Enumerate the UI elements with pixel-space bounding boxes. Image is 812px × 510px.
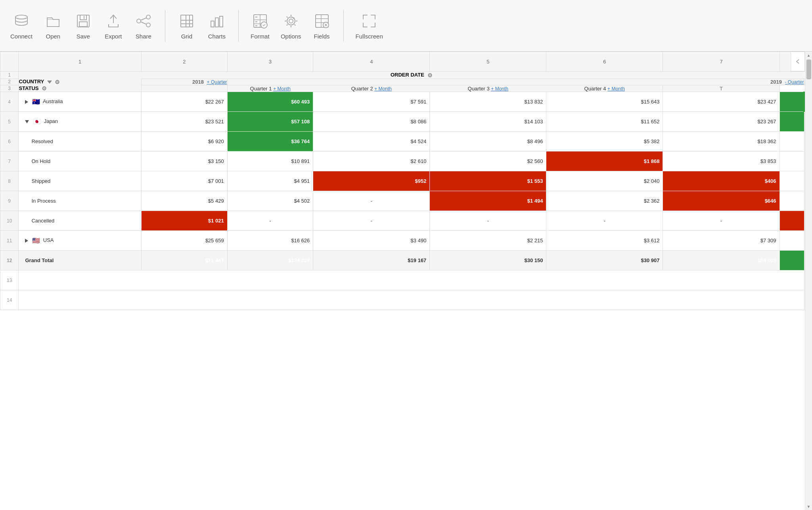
collapse-icon <box>794 58 802 65</box>
charts-button[interactable]: Charts <box>202 9 232 42</box>
grid-button[interactable]: Grid <box>172 9 202 42</box>
usa-expand-icon[interactable] <box>25 239 28 243</box>
charts-label: Charts <box>208 33 226 40</box>
inprocess-q4: $646 <box>663 191 779 211</box>
inprocess-2018: $5 429 <box>141 191 227 211</box>
australia-q3: $15 643 <box>546 92 663 112</box>
row-num-12: 12 <box>0 251 19 270</box>
scroll-thumb[interactable] <box>806 59 811 79</box>
onhold-q3: $1 868 <box>546 151 663 171</box>
cancelled-2018: $1 021 <box>141 211 227 231</box>
toolbar-group-left: Connect Open Save <box>0 9 163 42</box>
vertical-scrollbar[interactable]: ▲ ▼ <box>805 52 812 510</box>
export-button[interactable]: Export <box>98 9 128 42</box>
usa-total <box>779 231 804 251</box>
col-num-7: 7 <box>663 52 779 72</box>
svg-point-6 <box>137 19 141 23</box>
cancelled-label: Cancelled <box>19 211 142 231</box>
svg-line-8 <box>141 18 146 20</box>
share-label: Share <box>136 33 151 40</box>
year-2018-header: 2018 + Quarter <box>141 79 227 85</box>
order-date-settings-icon[interactable]: ⚙ <box>427 72 433 79</box>
country-year-row: 2 COUNTRY ⚙ 2018 + Quarter 2019 - Quarte… <box>0 79 804 85</box>
resolved-q3: $5 382 <box>546 132 663 151</box>
inprocess-label: In Process <box>19 191 142 211</box>
japan-q1: $8 086 <box>313 112 430 132</box>
plus-quarter-link[interactable]: + Quarter <box>207 79 227 85</box>
australia-expand-icon[interactable] <box>25 100 28 104</box>
table-row: 11 🇺🇸 USA $25 659 $16 626 $3 490 $2 215 … <box>0 231 804 251</box>
status-quarter-row: 3 STATUS ⚙ Quarter 1 + Month Quarter 2 +… <box>0 85 804 92</box>
fullscreen-button[interactable]: Fullscreen <box>350 9 389 42</box>
collapse-button[interactable] <box>791 52 805 71</box>
q1-plus-month-link[interactable]: + Month <box>273 86 291 92</box>
connect-button[interactable]: Connect <box>5 9 38 42</box>
col-num-5: 5 <box>430 52 546 72</box>
scroll-down-button[interactable]: ▼ <box>805 503 812 510</box>
resolved-2018: $6 920 <box>141 132 227 151</box>
shipped-2018: $7 001 <box>141 171 227 191</box>
grid-label: Grid <box>181 33 192 40</box>
country-settings-icon[interactable]: ⚙ <box>55 79 60 85</box>
grand-total-q4: $54 003 <box>663 251 779 270</box>
q4-plus-month-link[interactable]: + Month <box>607 86 625 92</box>
format-button[interactable]: Format <box>245 9 275 42</box>
options-icon <box>282 12 301 31</box>
col-number-row: 1 2 3 4 5 6 7 <box>0 52 804 72</box>
cancelled-q2: - <box>430 211 546 231</box>
svg-rect-3 <box>79 22 87 27</box>
table-row: 7 On Hold $3 150 $10 891 $2 610 $2 560 $… <box>0 151 804 171</box>
year-2019-header: 2019 - Quarter <box>227 79 804 85</box>
fields-icon <box>312 12 331 31</box>
save-button[interactable]: Save <box>68 9 98 42</box>
cancelled-q1: - <box>313 211 430 231</box>
japan-q2: $14 103 <box>430 112 546 132</box>
australia-total-indicator <box>779 92 804 112</box>
row-num-3: 3 <box>0 85 19 92</box>
grand-total-row: 12 Grand Total $71 447 $134 227 $19 167 … <box>0 251 804 270</box>
svg-line-9 <box>141 22 146 24</box>
q2-plus-month-link[interactable]: + Month <box>374 86 392 92</box>
row-num-6: 6 <box>0 132 19 151</box>
corner-cell <box>0 52 19 72</box>
connect-label: Connect <box>10 33 33 40</box>
row-num-11: 11 <box>0 231 19 251</box>
status-settings-icon[interactable]: ⚙ <box>42 85 47 92</box>
svg-rect-10 <box>181 15 193 27</box>
inprocess-q3: $2 362 <box>546 191 663 211</box>
q3-plus-month-link[interactable]: + Month <box>491 86 508 92</box>
grand-total-2019: $134 227 <box>227 251 313 270</box>
svg-point-5 <box>146 15 150 19</box>
onhold-2018: $3 150 <box>141 151 227 171</box>
fullscreen-label: Fullscreen <box>356 33 383 40</box>
onhold-q2: $2 560 <box>430 151 546 171</box>
usa-q2: $2 215 <box>430 231 546 251</box>
share-button[interactable]: Share <box>128 9 159 42</box>
svg-rect-17 <box>220 16 223 27</box>
options-button[interactable]: Options <box>275 9 307 42</box>
fullscreen-icon <box>360 12 379 31</box>
australia-q1: $7 591 <box>313 92 430 112</box>
usa-2019: $16 626 <box>227 231 313 251</box>
fields-button[interactable]: Fields <box>307 9 337 42</box>
onhold-total <box>779 151 804 171</box>
table-row: 9 In Process $5 429 $4 502 - $1 494 $2 3… <box>0 191 804 211</box>
usa-2018: $25 659 <box>141 231 227 251</box>
charts-icon <box>207 12 226 31</box>
japan-expand-icon[interactable] <box>25 120 29 123</box>
resolved-q4: $18 362 <box>663 132 779 151</box>
svg-rect-15 <box>211 21 214 27</box>
scroll-up-button[interactable]: ▲ <box>805 52 812 59</box>
open-button[interactable]: Open <box>38 9 68 42</box>
resolved-label: Resolved <box>19 132 142 151</box>
q2-header: Quarter 2 + Month <box>313 85 430 92</box>
row-num-13: 13 <box>0 270 19 290</box>
country-filter-icon[interactable] <box>47 81 52 84</box>
export-label: Export <box>105 33 122 40</box>
export-icon <box>104 12 123 31</box>
minus-quarter-link[interactable]: - Quarter <box>785 79 804 85</box>
svg-rect-2 <box>80 15 86 20</box>
resolved-q1: $4 524 <box>313 132 430 151</box>
australia-label: 🇦🇺 Australia <box>19 92 142 112</box>
save-icon <box>74 12 93 31</box>
